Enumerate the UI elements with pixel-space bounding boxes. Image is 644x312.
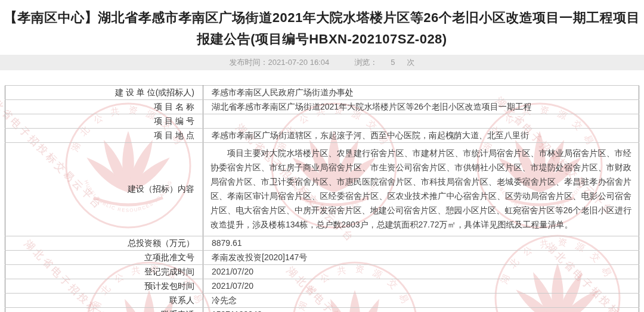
- views-label: 浏览：: [354, 58, 377, 67]
- views-unit: 次: [407, 58, 414, 67]
- table-row: 预计发包时间 2021/07/20: [5, 279, 639, 294]
- row-value-contact-phone: 15971189949: [203, 308, 639, 312]
- row-label-expected-contract-date: 预计发包时间: [5, 279, 203, 294]
- table-row: 总投资额（万元） 8879.61: [5, 236, 639, 251]
- row-value-construction-content: 项目主要对大院水塔楼片区、农垦建行宿舍片区、市建材片区、市统计局宿舍片区、市林业…: [203, 143, 639, 236]
- row-label-project-location: 项 目 地 点: [5, 129, 203, 143]
- table-row: 项 目 编 号: [5, 114, 639, 129]
- meta-bar: 发布时间：2021-07-20 16:04浏览：5次: [0, 55, 644, 70]
- table-row: 项 目 地 点 孝感市孝南区广场街道辖区，东起滚子河、西至中心医院，南起槐荫大道…: [5, 129, 639, 143]
- table-row: 项 目 名 称 湖北省孝感市孝南区广场街道2021年大院水塔楼片区等26个老旧小…: [5, 100, 639, 114]
- views-count: 5: [391, 58, 395, 67]
- row-label-project-name: 项 目 名 称: [5, 100, 203, 114]
- page-title: 【孝南区中心】湖北省孝感市孝南区广场街道2021年大院水塔楼片区等26个老旧小区…: [4, 7, 640, 50]
- publish-time-label: 发布时间：: [230, 58, 268, 67]
- row-label-total-investment: 总投资额（万元）: [5, 236, 203, 251]
- table-row: 建 设 单 位(或招标人) 孝感市孝南区人民政府广场街道办事处: [5, 86, 639, 100]
- project-detail-table: 建 设 单 位(或招标人) 孝感市孝南区人民政府广场街道办事处 项 目 名 称 …: [5, 85, 639, 312]
- row-label-contact-person: 联系人: [5, 294, 203, 308]
- row-value-project-location: 孝感市孝南区广场街道辖区，东起滚子河、西至中心医院，南起槐荫大道、北至八里街: [203, 129, 639, 143]
- row-value-approval-number: 孝南发改投资[2020]147号: [203, 251, 639, 265]
- row-value-project-name: 湖北省孝感市孝南区广场街道2021年大院水塔楼片区等26个老旧小区改造项目一期工…: [203, 100, 639, 114]
- row-value-construction-unit: 孝感市孝南区人民政府广场街道办事处: [203, 86, 639, 100]
- table-row: 建设（招标）内容 项目主要对大院水塔楼片区、农垦建行宿舍片区、市建材片区、市统计…: [5, 143, 639, 236]
- row-value-registration-date: 2021/07/20: [203, 265, 639, 279]
- row-value-project-number: [203, 114, 639, 129]
- table-row: 立项批准文号 孝南发改投资[2020]147号: [5, 251, 639, 265]
- row-label-construction-content: 建设（招标）内容: [5, 143, 203, 236]
- table-row: 联系人 冷先念: [5, 294, 639, 308]
- row-value-contact-person: 冷先念: [203, 294, 639, 308]
- table-row: 登记完成时间 2021/07/20: [5, 265, 639, 279]
- row-label-project-number: 项 目 编 号: [5, 114, 203, 129]
- publish-time-value: 2021-07-20 16:04: [268, 58, 330, 67]
- row-value-total-investment: 8879.61: [203, 236, 639, 251]
- row-label-contact-phone: 联系电话: [5, 308, 203, 312]
- row-label-construction-unit: 建 设 单 位(或招标人): [5, 86, 203, 100]
- row-value-expected-contract-date: 2021/07/20: [203, 279, 639, 294]
- row-label-approval-number: 立项批准文号: [5, 251, 203, 265]
- table-row: 联系电话 15971189949: [5, 308, 639, 312]
- row-label-registration-date: 登记完成时间: [5, 265, 203, 279]
- announcement-page: 【孝南区中心】湖北省孝感市孝南区广场街道2021年大院水塔楼片区等26个老旧小区…: [0, 7, 644, 312]
